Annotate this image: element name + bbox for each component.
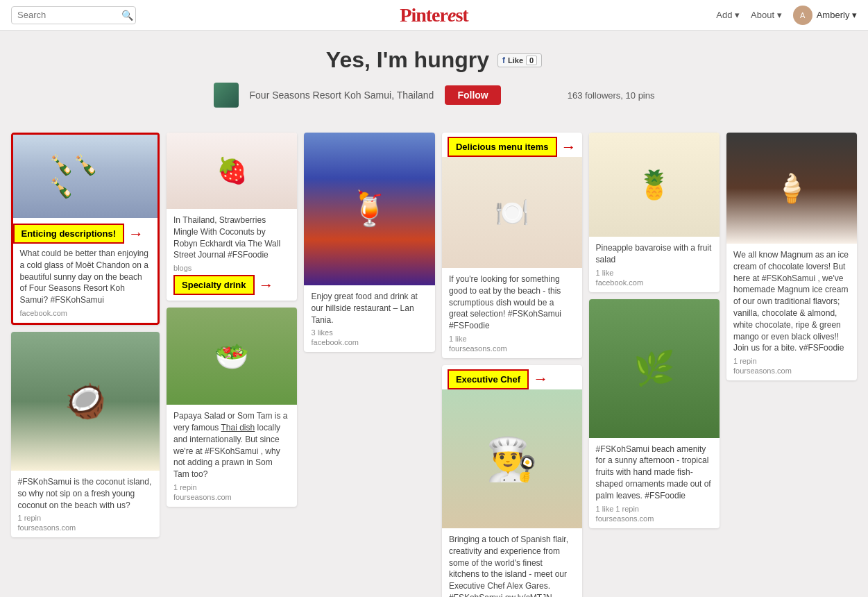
executive-chef-arrow: → — [533, 370, 548, 388]
pin-palmleaf-image — [589, 299, 720, 438]
pin-papaya[interactable]: Papaya Salad or Som Tam is a very famous… — [167, 308, 297, 507]
pin-strawberry-image — [167, 133, 297, 209]
pin-chef-desc: Bringing a touch of Spanish flair, creat… — [449, 534, 575, 597]
pin-papaya-meta: 1 repin — [173, 483, 290, 491]
pin-champagne-image — [13, 135, 158, 218]
pin-palmleaf[interactable]: #FSKohSamui beach amenity for a sunny af… — [589, 299, 720, 528]
pin-pineapple-body: Pineapple bavaroise with a fruit salad 1… — [589, 237, 720, 292]
search-icon[interactable]: 🔍 — [121, 10, 133, 21]
fb-like-label: Like — [508, 56, 523, 65]
pin-coconut[interactable]: #FSKohSamui is the coconut island, so wh… — [11, 332, 160, 537]
fb-like-box[interactable]: f Like 0 — [497, 53, 542, 67]
pin-column-6: We all know Magnum as an ice cream of ch… — [726, 133, 857, 380]
pin-papaya-image — [167, 308, 297, 405]
pin-chef[interactable]: Executive Chef → Bringing a touch of Spa… — [442, 365, 582, 597]
pin-pineapple-meta: 1 like — [596, 269, 713, 277]
pin-palmleaf-desc: #FSKohSamui beach amenity for a sunny af… — [596, 444, 713, 502]
logo: Pinterest — [400, 4, 468, 26]
pin-magnum-meta: 1 repin — [733, 357, 850, 365]
fb-count: 0 — [526, 56, 537, 65]
pin-menu-meta: 1 like — [449, 335, 575, 343]
board-title: Yes, I'm hungry f Like 0 — [326, 47, 542, 73]
pin-drink-desc: Enjoy great food and drink at our hillsi… — [311, 291, 427, 326]
pin-coconut-source: fourseasons.com — [18, 523, 153, 532]
executive-chef-annotation: Executive Chef — [448, 369, 529, 389]
about-button[interactable]: About ▾ — [751, 10, 782, 20]
specialty-drink-arrow: → — [259, 276, 274, 294]
pin-column-2: In Thailand, Strawberries Mingle With Co… — [167, 133, 297, 507]
pin-menu-body: If you're looking for something good to … — [442, 268, 582, 358]
pin-chef-body: Bringing a touch of Spanish flair, creat… — [442, 528, 582, 597]
pin-strawberry-body: In Thailand, Strawberries Mingle With Co… — [167, 209, 297, 301]
pin-coconut-meta: 1 repin — [18, 514, 153, 522]
pins-container: Enticing descriptions! → What could be b… — [4, 133, 865, 597]
pin-palmleaf-body: #FSKohSamui beach amenity for a sunny af… — [589, 438, 720, 528]
pin-pineapple-source: facebook.com — [596, 278, 713, 287]
facebook-icon: f — [502, 56, 505, 65]
pin-menu-image — [442, 157, 582, 268]
pin-pineapple-desc: Pineapple bavaroise with a fruit salad — [596, 242, 713, 266]
pin-palmleaf-source: fourseasons.com — [596, 514, 713, 523]
user-name: Amberly ▾ — [817, 10, 857, 20]
pin-pineapple-image — [589, 133, 720, 237]
owner-name: Four Seasons Resort Koh Samui, Thailand — [250, 90, 434, 101]
owner-avatar — [214, 83, 239, 108]
pin-column-4: Delicious menu items → If you're looking… — [442, 133, 582, 597]
pin-magnum-source: fourseasons.com — [733, 367, 850, 375]
pin-drink-source: facebook.com — [311, 338, 427, 346]
header-right: Add ▾ About ▾ A Amberly ▾ — [716, 6, 857, 25]
pin-chef-image — [442, 389, 582, 528]
pin-column-5: Pineapple bavaroise with a fruit salad 1… — [589, 133, 720, 528]
search-box[interactable]: 🔍 — [11, 6, 136, 24]
pin-champagne-source: facebook.com — [20, 309, 151, 317]
pin-coconut-desc: #FSKohSamui is the coconut island, so wh… — [18, 476, 153, 511]
pin-champagne[interactable]: Enticing descriptions! → What could be b… — [11, 133, 160, 325]
follow-button[interactable]: Follow — [445, 85, 500, 105]
header: 🔍 Pinterest Add ▾ About ▾ A Amberly ▾ — [0, 0, 868, 31]
pin-menu-desc: If you're looking for something good to … — [449, 274, 575, 332]
delicious-menu-annotation: Delicious menu items — [448, 137, 557, 157]
pin-papaya-body: Papaya Salad or Som Tam is a very famous… — [167, 405, 297, 507]
board-header: Yes, I'm hungry f Like 0 Four Seasons Re… — [0, 31, 868, 119]
pinterest-logo: Pinterest — [400, 4, 468, 26]
pin-column-3: Enjoy great food and drink at our hillsi… — [304, 133, 434, 352]
pin-coconut-image — [11, 332, 160, 471]
pin-magnum-image — [726, 133, 857, 244]
pin-magnum-body: We all know Magnum as an ice cream of ch… — [726, 244, 857, 380]
add-button[interactable]: Add ▾ — [716, 10, 740, 20]
pin-menu[interactable]: Delicious menu items → If you're looking… — [442, 133, 582, 358]
pin-coconut-body: #FSKohSamui is the coconut island, so wh… — [11, 471, 160, 537]
delicious-menu-arrow: → — [561, 138, 577, 156]
pin-pineapple[interactable]: Pineapple bavaroise with a fruit salad 1… — [589, 133, 720, 292]
pin-column-1: Enticing descriptions! → What could be b… — [11, 133, 160, 537]
enticing-arrow: → — [128, 225, 144, 243]
pin-papaya-source: fourseasons.com — [173, 493, 290, 501]
pin-champagne-body: Enticing descriptions! → What could be b… — [13, 218, 158, 323]
pin-drink-image — [304, 133, 434, 285]
pin-champagne-desc: What could be better than enjoying a col… — [20, 248, 151, 306]
pin-strawberry[interactable]: In Thailand, Strawberries Mingle With Co… — [167, 133, 297, 301]
specialty-drink-annotation: Specialty drink — [173, 275, 254, 295]
enticing-desc-annotation: Enticing descriptions! — [13, 224, 125, 244]
pin-magnum[interactable]: We all know Magnum as an ice cream of ch… — [726, 133, 857, 380]
pin-menu-source: fourseasons.com — [449, 344, 575, 353]
pin-magnum-desc: We all know Magnum as an ice cream of ch… — [733, 249, 850, 354]
pin-palmleaf-meta: 1 like 1 repin — [596, 505, 713, 513]
pin-papaya-desc: Papaya Salad or Som Tam is a very famous… — [173, 410, 290, 480]
pin-drink-meta: 3 likes — [311, 328, 427, 337]
avatar: A — [793, 6, 812, 25]
user-menu[interactable]: A Amberly ▾ — [793, 6, 857, 25]
search-input[interactable] — [17, 10, 121, 20]
board-stats: 163 followers, 10 pins — [568, 90, 655, 101]
pin-drink-body: Enjoy great food and drink at our hillsi… — [304, 285, 434, 352]
pin-strawberry-source: blogs — [173, 264, 290, 272]
pin-strawberry-desc: In Thailand, Strawberries Mingle With Co… — [173, 215, 290, 261]
board-meta: Four Seasons Resort Koh Samui, Thailand … — [0, 83, 868, 108]
pin-drink[interactable]: Enjoy great food and drink at our hillsi… — [304, 133, 434, 352]
